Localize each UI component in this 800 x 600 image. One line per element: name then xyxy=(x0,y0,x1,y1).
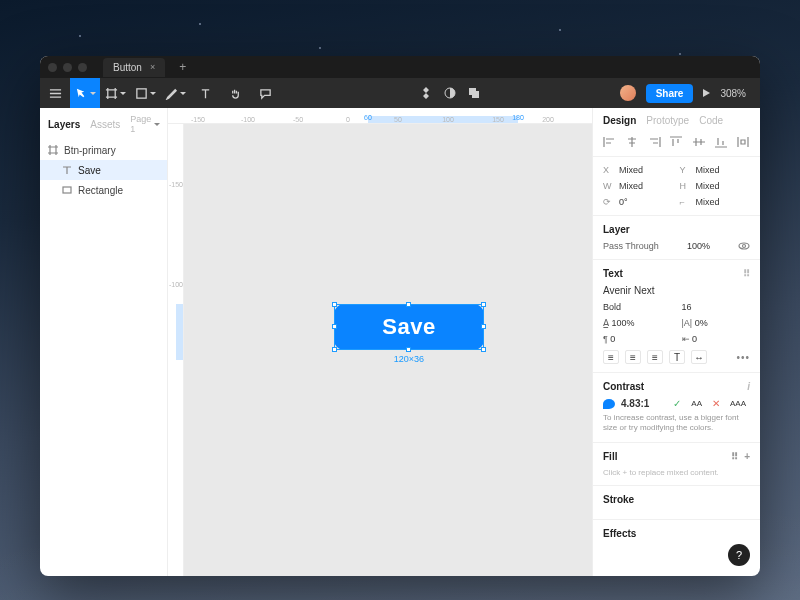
user-avatar[interactable] xyxy=(620,85,636,101)
tab-code[interactable]: Code xyxy=(699,115,723,126)
resize-handle[interactable] xyxy=(332,302,337,307)
ruler-selection xyxy=(176,304,183,360)
page-selector[interactable]: Page 1 xyxy=(130,114,160,134)
radius-icon: ⌐ xyxy=(680,197,690,207)
text-align-row: ≡ ≡ ≡ T ↔ ••• xyxy=(603,350,750,364)
horizontal-ruler[interactable]: 60 180 -150 -100 -50 0 50 100 150 200 xyxy=(168,108,592,124)
frame-icon xyxy=(48,145,58,155)
text-style-icon[interactable]: ⠿ xyxy=(743,268,750,279)
comment-tool[interactable] xyxy=(250,78,280,108)
font-size-input[interactable]: 16 xyxy=(682,302,751,312)
text-align-center-icon[interactable]: ≡ xyxy=(625,350,641,364)
ruler-tick: -150 xyxy=(169,181,183,188)
traffic-max-icon[interactable] xyxy=(78,63,87,72)
align-vcenter-icon[interactable] xyxy=(692,136,706,148)
fill-section: Fill⠿+ Click + to replace mixed content. xyxy=(593,443,760,486)
section-title: Effects xyxy=(603,528,636,539)
layer-section: Layer Pass Through 100% xyxy=(593,216,760,260)
align-bottom-icon[interactable] xyxy=(714,136,728,148)
traffic-min-icon[interactable] xyxy=(63,63,72,72)
add-fill-button[interactable]: + xyxy=(744,451,750,462)
opacity-input[interactable]: 100% xyxy=(687,241,710,251)
paragraph-input[interactable]: 0 xyxy=(610,334,615,344)
ruler-tick: 50 xyxy=(394,116,402,123)
left-panel: Layers Assets Page 1 Btn-primary Save Re… xyxy=(40,108,168,576)
ruler-tick: -50 xyxy=(293,116,303,123)
text-icon xyxy=(62,165,72,175)
vertical-ruler[interactable]: -150 -100 xyxy=(168,124,184,576)
align-right-icon[interactable] xyxy=(647,136,661,148)
inspector-panel: Design Prototype Code XMixed YMixed WMix… xyxy=(592,108,760,576)
letter-spacing-input[interactable]: 0% xyxy=(695,318,708,328)
resize-handle[interactable] xyxy=(481,324,486,329)
letter-spacing-icon: |A| xyxy=(682,318,693,328)
indent-input[interactable]: 0 xyxy=(692,334,697,344)
layer-row[interactable]: Btn-primary xyxy=(40,140,167,160)
pen-tool[interactable] xyxy=(160,78,190,108)
text-more-icon[interactable]: ••• xyxy=(736,352,750,363)
font-weight-select[interactable]: Bold xyxy=(603,302,672,312)
resize-handle[interactable] xyxy=(406,302,411,307)
component-icon[interactable] xyxy=(419,86,433,100)
resize-handle[interactable] xyxy=(481,302,486,307)
design-canvas[interactable]: Save 120×36 xyxy=(184,124,592,576)
traffic-close-icon[interactable] xyxy=(48,63,57,72)
hand-tool[interactable] xyxy=(220,78,250,108)
rotation-input[interactable]: 0° xyxy=(619,197,674,207)
help-button[interactable]: ? xyxy=(728,544,750,566)
text-tool[interactable] xyxy=(190,78,220,108)
resize-handle[interactable] xyxy=(406,347,411,352)
align-hcenter-icon[interactable] xyxy=(625,136,639,148)
move-tool[interactable] xyxy=(70,78,100,108)
contrast-note: To increase contrast, use a bigger font … xyxy=(603,413,750,434)
ruler-tick: -100 xyxy=(169,281,183,288)
new-tab-button[interactable]: + xyxy=(179,60,186,74)
y-input[interactable]: Mixed xyxy=(696,165,751,175)
distribute-icon[interactable] xyxy=(736,136,750,148)
boolean-icon[interactable] xyxy=(467,86,481,100)
resize-handle[interactable] xyxy=(481,347,486,352)
resize-handle[interactable] xyxy=(332,324,337,329)
style-icon[interactable]: ⠿ xyxy=(731,451,738,462)
w-input[interactable]: Mixed xyxy=(619,181,674,191)
resize-handle[interactable] xyxy=(332,347,337,352)
present-button[interactable] xyxy=(703,89,710,97)
layer-row[interactable]: Rectangle xyxy=(40,180,167,200)
radius-input[interactable]: Mixed xyxy=(696,197,751,207)
fill-hint: Click + to replace mixed content. xyxy=(603,468,750,477)
blend-mode-select[interactable]: Pass Through xyxy=(603,241,659,251)
line-height-input[interactable]: 100% xyxy=(612,318,635,328)
frame-tool[interactable] xyxy=(100,78,130,108)
file-tab[interactable]: Button × xyxy=(103,58,165,77)
x-input[interactable]: Mixed xyxy=(619,165,674,175)
paragraph-icon: ¶ xyxy=(603,334,608,344)
text-align-right-icon[interactable]: ≡ xyxy=(647,350,663,364)
selection-box[interactable] xyxy=(334,304,484,350)
ruler-tick: 200 xyxy=(542,116,554,123)
tab-layers[interactable]: Layers xyxy=(48,119,80,130)
tab-prototype[interactable]: Prototype xyxy=(646,115,689,126)
align-left-icon[interactable] xyxy=(603,136,617,148)
w-label: W xyxy=(603,181,613,191)
tab-design[interactable]: Design xyxy=(603,115,636,126)
shape-tool[interactable] xyxy=(130,78,160,108)
text-auto-width-icon[interactable]: ↔ xyxy=(691,350,707,364)
tab-assets[interactable]: Assets xyxy=(90,119,120,130)
transform-section: XMixed YMixed WMixed HMixed ⟳0° ⌐Mixed xyxy=(593,157,760,216)
zoom-control[interactable]: 308% xyxy=(720,88,750,99)
align-top-icon[interactable] xyxy=(669,136,683,148)
close-tab-icon[interactable]: × xyxy=(150,62,155,72)
visibility-icon[interactable] xyxy=(738,241,750,251)
text-align-top-icon[interactable]: T xyxy=(669,350,685,364)
mask-icon[interactable] xyxy=(443,86,457,100)
info-icon[interactable]: i xyxy=(747,381,750,392)
menu-button[interactable] xyxy=(40,78,70,108)
share-button[interactable]: Share xyxy=(646,84,694,103)
h-input[interactable]: Mixed xyxy=(696,181,751,191)
layer-row[interactable]: Save xyxy=(40,160,167,180)
layer-label: Btn-primary xyxy=(64,145,116,156)
contrast-swatch-icon xyxy=(603,399,615,409)
ruler-tick: 0 xyxy=(346,116,350,123)
font-family-select[interactable]: Avenir Next xyxy=(603,285,750,296)
text-align-left-icon[interactable]: ≡ xyxy=(603,350,619,364)
